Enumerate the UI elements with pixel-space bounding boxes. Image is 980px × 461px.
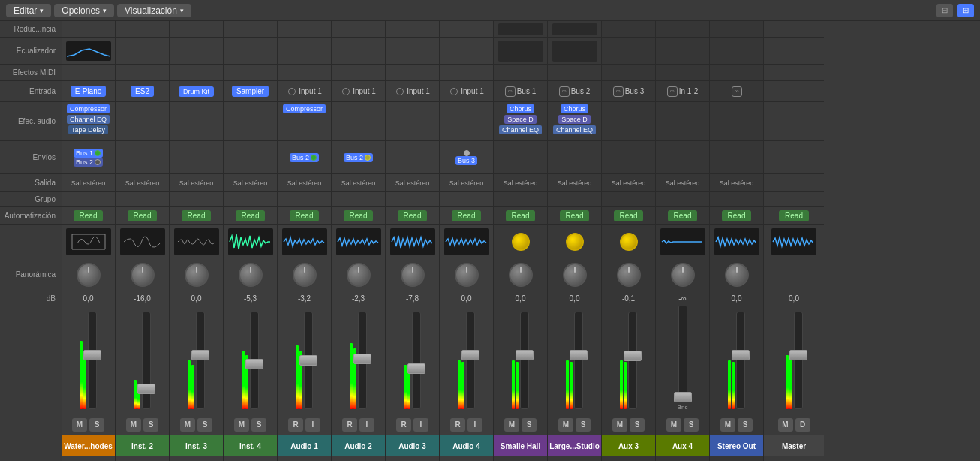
chm-name-bar[interactable]: Master: [764, 435, 824, 456]
ch10-mute-btn[interactable]: M: [558, 418, 573, 432]
ch7-pan[interactable]: [386, 258, 439, 291]
ch9-read-btn[interactable]: Read: [506, 210, 536, 221]
ch10-pan[interactable]: [548, 258, 601, 291]
ch5-pan-knob[interactable]: [293, 263, 317, 287]
ch4-entrada[interactable]: Sampler: [224, 81, 277, 102]
ch12-pan-knob[interactable]: [671, 263, 695, 287]
ch2-pan[interactable]: [116, 258, 169, 291]
layout-icon-1[interactable]: ⊟: [936, 4, 953, 17]
ch4-solo-btn[interactable]: S: [251, 418, 266, 432]
ch2-read-btn[interactable]: Read: [128, 210, 158, 221]
ch6-send-1[interactable]: Bus 2: [344, 153, 373, 162]
ch8-r-btn[interactable]: R: [450, 418, 465, 432]
ch2-solo-btn[interactable]: S: [143, 418, 158, 432]
ch2-input-btn[interactable]: ES2: [131, 86, 154, 97]
ch7-entrada[interactable]: Input 1: [386, 81, 439, 102]
ch5-entrada[interactable]: Input 1: [278, 81, 331, 102]
ch6-auto[interactable]: Read: [332, 207, 385, 225]
ch9-pan-knob[interactable]: [509, 263, 533, 287]
ch10-efx-2[interactable]: Space D: [558, 115, 591, 124]
ch13-pan[interactable]: [710, 258, 763, 291]
ch6-pan-knob[interactable]: [347, 263, 371, 287]
ch6-entrada[interactable]: Input 1: [332, 81, 385, 102]
ch1-name-bar[interactable]: Water...hodes: [62, 435, 115, 456]
ch12-fader-thumb[interactable]: [674, 392, 692, 402]
ch1-efx-1[interactable]: Compressor: [67, 104, 110, 113]
ch5-send-1[interactable]: Bus 2: [290, 153, 319, 162]
ch12-pan[interactable]: [656, 258, 709, 291]
ch3-mute-btn[interactable]: M: [180, 418, 195, 432]
ch10-auto[interactable]: Read: [548, 207, 601, 225]
ch7-i-btn[interactable]: I: [413, 418, 428, 432]
ch8-name-bar[interactable]: Audio 4: [440, 435, 493, 456]
ch9-name-bar[interactable]: Smalle Hall: [494, 435, 547, 456]
ch8-i-btn[interactable]: I: [467, 418, 482, 432]
ch9-waveform[interactable]: [494, 225, 547, 258]
ch3-read-btn[interactable]: Read: [182, 210, 212, 221]
ch13-read-btn[interactable]: Read: [722, 210, 752, 221]
ch11-name-bar[interactable]: Aux 3: [602, 435, 655, 456]
ch9-efx-2[interactable]: Space D: [504, 115, 537, 124]
chm-fader-thumb[interactable]: [789, 350, 807, 360]
ch7-auto[interactable]: Read: [386, 207, 439, 225]
ch5-i-btn[interactable]: I: [305, 418, 320, 432]
chm-read-btn[interactable]: Read: [779, 210, 809, 221]
ch7-pan-knob[interactable]: [401, 263, 425, 287]
ch11-pan-knob[interactable]: [617, 263, 641, 287]
ch2-entrada[interactable]: ES2: [116, 81, 169, 102]
ch5-fader-thumb[interactable]: [299, 355, 317, 366]
ch1-efx-3[interactable]: Tape Delay: [68, 125, 108, 134]
ch1-efx-2[interactable]: Channel EQ: [67, 115, 110, 124]
ch8-fader-thumb[interactable]: [461, 350, 479, 360]
ch10-fader-thumb[interactable]: [570, 350, 588, 360]
ch13-solo-btn[interactable]: S: [738, 418, 753, 432]
ch11-waveform[interactable]: [602, 225, 655, 258]
ch7-r-btn[interactable]: R: [396, 418, 411, 432]
ch11-read-btn[interactable]: Read: [614, 210, 644, 221]
ch2-mute-btn[interactable]: M: [126, 418, 141, 432]
ch9-auto[interactable]: Read: [494, 207, 547, 225]
ch2-pan-knob[interactable]: [131, 263, 155, 287]
ch5-auto[interactable]: Read: [278, 207, 331, 225]
ch5-name-bar[interactable]: Audio 1: [278, 435, 331, 456]
ch10-pan-knob[interactable]: [563, 263, 587, 287]
ch3-auto[interactable]: Read: [170, 207, 223, 225]
ch8-send-1[interactable]: Bus 3: [455, 156, 477, 165]
ch4-auto[interactable]: Read: [224, 207, 277, 225]
ch1-entrada[interactable]: E-Piano: [62, 81, 115, 102]
layout-icon-2[interactable]: ⊞: [957, 4, 974, 17]
ch9-yellow-knob[interactable]: [512, 233, 530, 251]
ch10-name-bar[interactable]: Large...Studio: [548, 435, 601, 456]
ch1-send-1[interactable]: Bus 1: [74, 149, 103, 158]
ch7-name-bar[interactable]: Audio 3: [386, 435, 439, 456]
ch1-read-btn[interactable]: Read: [74, 210, 104, 221]
ch10-efx-3[interactable]: Channel EQ: [553, 125, 596, 134]
ch2-name-bar[interactable]: Inst. 2: [116, 435, 169, 456]
ch3-name-bar[interactable]: Inst. 3: [170, 435, 223, 456]
ch4-read-btn[interactable]: Read: [236, 210, 266, 221]
ch1-pan-knob[interactable]: [77, 263, 101, 287]
ch11-solo-btn[interactable]: S: [630, 418, 645, 432]
ch11-pan[interactable]: [602, 258, 655, 291]
chm-mute-btn[interactable]: M: [778, 418, 793, 432]
ch12-auto[interactable]: Read: [656, 207, 709, 225]
ch9-entrada[interactable]: ∞ Bus 1: [494, 81, 547, 102]
ch10-solo-btn[interactable]: S: [576, 418, 591, 432]
ch9-efx-1[interactable]: Chorus: [507, 104, 534, 113]
ch1-auto[interactable]: Read: [62, 207, 115, 225]
ch11-yellow-knob[interactable]: [620, 233, 638, 251]
ch12-mute-btn[interactable]: M: [666, 418, 681, 432]
ch3-fader-thumb[interactable]: [191, 350, 209, 360]
ch13-fader-thumb[interactable]: [732, 350, 750, 360]
ch13-auto[interactable]: Read: [710, 207, 763, 225]
ch11-entrada[interactable]: ∞ Bus 3: [602, 81, 655, 102]
ch3-pan[interactable]: [170, 258, 223, 291]
ch2-auto[interactable]: Read: [116, 207, 169, 225]
ch13-pan-knob[interactable]: [725, 263, 749, 287]
ch9-pan[interactable]: [494, 258, 547, 291]
ch10-entrada[interactable]: ∞ Bus 2: [548, 81, 601, 102]
ch4-name-bar[interactable]: Inst. 4: [224, 435, 277, 456]
ch5-r-btn[interactable]: R: [288, 418, 303, 432]
ch6-name-bar[interactable]: Audio 2: [332, 435, 385, 456]
ch6-pan[interactable]: [332, 258, 385, 291]
